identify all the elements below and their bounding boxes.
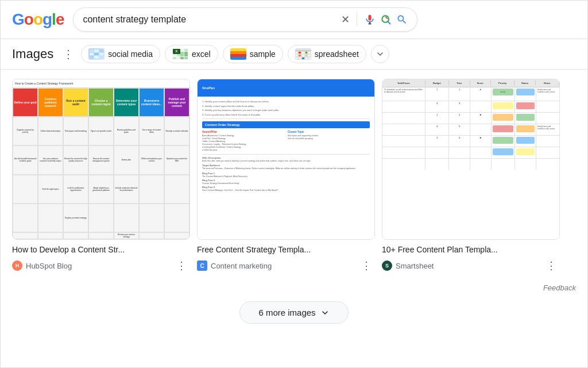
lens-icon — [380, 14, 392, 25]
images-label: Images — [12, 47, 53, 62]
smartsheet-source-name: Smartsheet — [396, 262, 434, 270]
hubspot-thumb-title: How to Create a Content Strategy Framewo… — [13, 79, 189, 88]
clear-search-button[interactable]: ✕ — [341, 13, 350, 26]
search-button[interactable] — [396, 14, 408, 25]
card-smartsheet-title: 10+ Free Content Plan Templa... — [382, 244, 560, 255]
card-hubspot-title: How to Develop a Content Str... — [12, 244, 190, 255]
card-hubspot-more-button[interactable]: ⋮ — [173, 258, 190, 273]
chevron-down-icon — [320, 308, 330, 317]
filter-row: Images ⋮ social media X excel — [1, 39, 587, 70]
chip-social-media[interactable]: social media — [81, 45, 160, 63]
svg-rect-0 — [369, 15, 372, 21]
search-divider — [357, 13, 357, 26]
image-thumb-smartsheet: Task/Focus Budget Time Score Priority St… — [382, 79, 560, 240]
chevron-down-icon — [376, 49, 385, 59]
doc-header-bar: StratPlan — [198, 79, 374, 97]
more-images-label: 6 more images — [258, 308, 315, 317]
hubspot-icon: H — [12, 260, 22, 271]
feedback-link[interactable]: Feedback — [543, 283, 576, 292]
image-card-content[interactable]: StratPlan 1. Identify your content pilla… — [197, 79, 375, 273]
image-thumb-content: StratPlan 1. Identify your content pilla… — [197, 79, 375, 240]
chip-spreadsheet[interactable]: spreadsheet — [288, 45, 366, 63]
hubspot-source-name: HubSpot Blog — [26, 262, 72, 270]
chip-excel-thumbnail: X — [172, 48, 188, 60]
search-bar: content strategy template ✕ — [73, 7, 417, 32]
images-more-button[interactable]: ⋮ — [60, 45, 76, 63]
google-logo: Google .logo-text { position: relative; … — [12, 10, 64, 29]
card-content-source: C Content marketing ⋮ — [197, 258, 375, 273]
card-content-more-button[interactable]: ⋮ — [358, 258, 375, 273]
feedback-row: Feedback — [1, 282, 587, 294]
microphone-icon — [364, 14, 376, 25]
voice-search-button[interactable] — [364, 14, 376, 25]
more-images-row: 6 more images — [1, 294, 587, 333]
card-smartsheet-source: S Smartsheet ⋮ — [382, 258, 560, 273]
card-smartsheet-more-button[interactable]: ⋮ — [543, 258, 560, 273]
chip-social-media-thumbnail — [88, 48, 105, 60]
content-marketing-icon: C — [197, 260, 207, 271]
chip-excel-label: excel — [192, 49, 211, 59]
search-input[interactable]: content strategy template — [83, 14, 336, 25]
chip-sample[interactable]: sample — [223, 45, 283, 63]
chip-spreadsheet-label: spreadsheet — [315, 49, 359, 59]
chip-social-media-label: social media — [108, 49, 153, 59]
search-icon — [396, 14, 408, 25]
more-images-button[interactable]: 6 more images — [239, 301, 348, 324]
sheet-header-row: Task/Focus Budget Time Score Priority St… — [382, 79, 559, 87]
lens-search-button[interactable] — [380, 14, 392, 25]
smartsheet-icon: S — [382, 260, 392, 271]
chip-excel[interactable]: X excel — [165, 45, 218, 63]
chip-spreadsheet-thumbnail — [295, 48, 311, 60]
expand-filters-button[interactable] — [371, 45, 389, 63]
image-grid: How to Create a Content Strategy Framewo… — [1, 70, 587, 282]
card-hubspot-source: H HubSpot Blog ⋮ — [12, 258, 190, 273]
content-source-name: Content marketing — [211, 262, 272, 270]
image-card-smartsheet[interactable]: Task/Focus Budget Time Score Priority St… — [382, 79, 560, 273]
chip-sample-thumbnail — [230, 48, 246, 60]
svg-line-4 — [388, 22, 390, 24]
image-thumb-hubspot: How to Create a Content Strategy Framewo… — [12, 79, 190, 240]
image-card-hubspot[interactable]: How to Create a Content Strategy Framewo… — [12, 79, 190, 273]
chip-sample-label: sample — [250, 49, 276, 59]
card-content-title: Free Content Strategy Templa... — [197, 244, 375, 255]
header: Google .logo-text { position: relative; … — [1, 1, 587, 39]
